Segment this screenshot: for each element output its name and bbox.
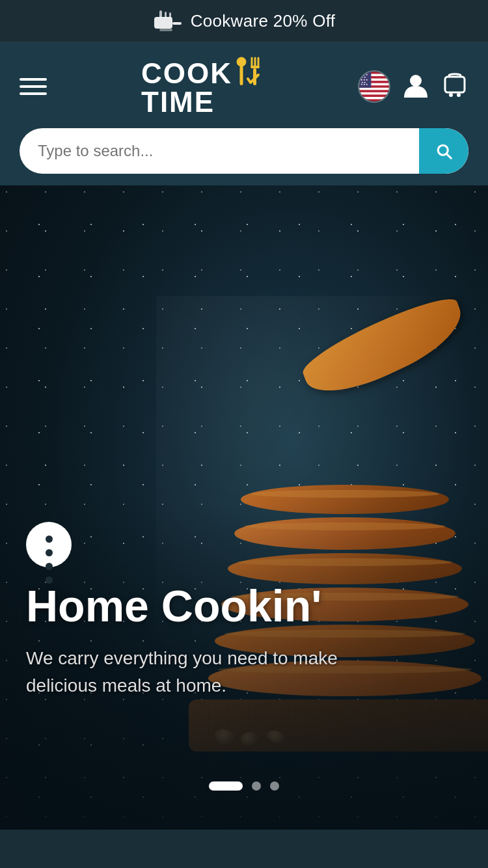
promo-icon [153, 9, 183, 33]
hero-section: Home Cookin' We carry everything you nee… [0, 185, 488, 830]
svg-rect-18 [359, 92, 389, 95]
logo-cook: COOK [141, 59, 232, 88]
logo-time: TIME [141, 88, 264, 116]
search-input[interactable] [38, 142, 419, 160]
hero-subtitle: We carry everything you need to make del… [26, 645, 351, 699]
header-top: COOK TI [20, 57, 468, 116]
hero-title: Home Cookin' [26, 583, 488, 629]
logo[interactable]: COOK TI [141, 57, 264, 116]
header: COOK TI [0, 42, 488, 185]
carousel-dots [209, 781, 279, 791]
svg-rect-2 [159, 10, 162, 18]
logo-utensils-icon [234, 57, 262, 90]
user-icon[interactable] [402, 72, 429, 102]
svg-point-6 [237, 57, 246, 66]
carousel-dot-1[interactable] [209, 781, 243, 791]
search-icon [434, 141, 454, 161]
promo-text: Cookware 20% Off [191, 11, 336, 31]
logo-text: COOK TI [141, 57, 264, 116]
svg-rect-17 [359, 88, 389, 90]
promo-banner: Cookware 20% Off [0, 0, 488, 42]
svg-rect-1 [172, 22, 182, 25]
flying-pancake [298, 288, 470, 408]
hero-content: Home Cookin' We carry everything you nee… [26, 522, 488, 699]
carousel-dot-2[interactable] [252, 781, 261, 791]
language-flag[interactable]: ★★★ ★★ ★★★ ★★ ★★★ [358, 70, 390, 103]
svg-rect-28 [445, 77, 465, 92]
svg-rect-7 [240, 66, 243, 85]
cart-icon[interactable] [441, 72, 468, 102]
carousel-dot-3[interactable] [270, 781, 279, 791]
search-button[interactable] [419, 128, 468, 174]
svg-rect-11 [251, 66, 260, 68]
svg-point-30 [457, 93, 461, 97]
svg-text:★★★: ★★★ [360, 83, 368, 86]
header-icons: ★★★ ★★ ★★★ ★★ ★★★ [358, 70, 468, 103]
svg-rect-4 [169, 12, 171, 18]
svg-point-29 [449, 93, 453, 97]
search-bar[interactable] [20, 128, 468, 174]
svg-point-27 [410, 75, 422, 87]
svg-rect-3 [165, 12, 167, 18]
svg-rect-5 [159, 29, 172, 31]
hamburger-menu[interactable] [20, 78, 47, 95]
svg-rect-0 [154, 17, 172, 29]
hero-badge-icon [26, 522, 72, 567]
